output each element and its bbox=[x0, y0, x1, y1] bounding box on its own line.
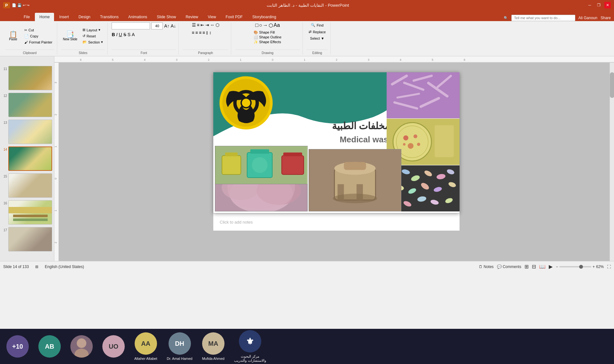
tab-file[interactable]: File bbox=[19, 13, 34, 21]
select-button[interactable]: Select ▼ bbox=[308, 36, 327, 41]
cut-button[interactable]: ✂ Cut bbox=[22, 28, 54, 33]
font-grow-button[interactable]: A↑ bbox=[164, 23, 169, 28]
participant-aa[interactable]: AA Altaher Altabet bbox=[134, 332, 157, 360]
reset-button[interactable]: ↺ Reset bbox=[81, 33, 105, 39]
participant-org[interactable]: ⚜ مركز البحوث والاستشارات والتدريب bbox=[234, 330, 266, 363]
tab-review[interactable]: Review bbox=[181, 13, 202, 21]
slide-preview-16[interactable] bbox=[8, 200, 52, 225]
align-center-button[interactable]: ≡ bbox=[195, 30, 198, 35]
shape-fill-button[interactable]: 🎨 Shape Fill bbox=[254, 30, 281, 35]
tab-transitions[interactable]: Transitions bbox=[96, 13, 123, 21]
zoom-in-button[interactable]: + bbox=[593, 265, 595, 269]
underline-button[interactable]: U bbox=[119, 32, 122, 37]
slide-thumb-11[interactable]: 11 bbox=[1, 65, 53, 91]
window-controls[interactable]: ─ ❐ ✕ bbox=[586, 2, 611, 8]
comments-button[interactable]: 💬 Comments bbox=[497, 265, 521, 269]
bold-button[interactable]: B bbox=[112, 32, 115, 37]
participant-uo[interactable]: UO bbox=[102, 335, 125, 358]
participant-avatar-photo[interactable] bbox=[70, 335, 93, 358]
new-slide-button[interactable]: 📑 New Slide bbox=[61, 30, 79, 42]
shapes-circle[interactable]: ○ bbox=[259, 22, 262, 28]
shape-outline-button[interactable]: ⬜ Shape Outline bbox=[254, 35, 281, 39]
slideshow-button[interactable]: ▶ bbox=[549, 264, 553, 270]
zoom-thumb[interactable] bbox=[579, 265, 583, 269]
slide-thumb-13[interactable]: 13 bbox=[1, 119, 53, 145]
slide-preview-17[interactable] bbox=[8, 227, 52, 251]
font-color-button[interactable]: A bbox=[132, 32, 135, 37]
share-button[interactable]: Share bbox=[601, 16, 611, 20]
layout-button[interactable]: ⊞ Layout ▾ bbox=[81, 27, 105, 33]
participant-avatar-ab[interactable]: AB bbox=[38, 335, 61, 358]
tab-animations[interactable]: Animations bbox=[124, 13, 152, 21]
slide-preview-15[interactable] bbox=[8, 173, 52, 198]
participant-photo[interactable] bbox=[70, 335, 93, 358]
align-justify-button[interactable]: ≡ bbox=[202, 30, 205, 35]
shadow-button[interactable]: S bbox=[128, 32, 130, 37]
notes-button[interactable]: 🗒 Notes bbox=[479, 265, 494, 269]
shapes-selector[interactable]: □ bbox=[255, 22, 258, 28]
slide-thumb-16[interactable]: 16 bbox=[1, 200, 53, 225]
zoom-slider[interactable] bbox=[559, 266, 591, 267]
section-button[interactable]: 📂 Section ▾ bbox=[81, 39, 105, 45]
participant-avatar-org[interactable]: ⚜ bbox=[239, 330, 261, 352]
search-input[interactable] bbox=[511, 15, 575, 21]
slide-preview-13[interactable] bbox=[8, 120, 52, 144]
italic-button[interactable]: I bbox=[116, 32, 118, 37]
quick-styles-button[interactable]: Aa bbox=[274, 22, 280, 28]
arrange-button[interactable]: ⬡ bbox=[269, 22, 273, 28]
restore-button[interactable]: ❐ bbox=[595, 2, 602, 8]
shapes-arrow[interactable]: → bbox=[263, 22, 268, 28]
convert-smartart-button[interactable]: ⬡ bbox=[216, 22, 219, 28]
list-bullet-button[interactable]: ☰ bbox=[192, 22, 196, 28]
close-button[interactable]: ✕ bbox=[604, 2, 611, 8]
participant-plus10[interactable]: +10 bbox=[6, 335, 29, 358]
zoom-control[interactable]: − + 62% bbox=[556, 265, 604, 269]
format-painter-button[interactable]: 🖌 Format Painter bbox=[22, 40, 54, 45]
slide-thumb-17[interactable]: 17 bbox=[1, 226, 53, 252]
columns-button[interactable]: ⫿ bbox=[206, 30, 208, 35]
text-dir-button[interactable]: ↔ bbox=[210, 22, 215, 28]
font-size-input[interactable] bbox=[151, 22, 163, 29]
indent-dec-button[interactable]: ⇤ bbox=[201, 22, 204, 28]
participant-avatar-dh[interactable]: DH bbox=[169, 332, 191, 355]
notes-area[interactable]: Click to add notes bbox=[213, 213, 460, 231]
list-num-button[interactable]: ≡ bbox=[197, 22, 200, 28]
font-name-input[interactable] bbox=[112, 22, 150, 29]
minimize-button[interactable]: ─ bbox=[586, 2, 593, 8]
slide-sorter-button[interactable]: ⊟ bbox=[532, 264, 536, 270]
scroll-thumb[interactable] bbox=[610, 72, 614, 98]
tab-insert[interactable]: Insert bbox=[55, 13, 73, 21]
slide-preview-11[interactable] bbox=[8, 66, 52, 90]
tab-storyboarding[interactable]: Storyboarding bbox=[248, 13, 281, 21]
slide-canvas[interactable]: المخلفات الطبية Medical waste bbox=[213, 72, 460, 213]
zoom-out-button[interactable]: − bbox=[556, 265, 558, 269]
indent-inc-button[interactable]: ⇥ bbox=[205, 22, 209, 28]
tab-design[interactable]: Design bbox=[74, 13, 95, 21]
font-shrink-button[interactable]: A↓ bbox=[171, 23, 176, 28]
participant-avatar-uo[interactable]: UO bbox=[102, 335, 125, 358]
slide-thumb-15[interactable]: 15 bbox=[1, 173, 53, 198]
participant-ab[interactable]: AB bbox=[38, 335, 61, 358]
participant-ma[interactable]: MA Mufida Ahmed bbox=[202, 332, 224, 360]
slide-preview-12[interactable] bbox=[8, 93, 52, 117]
copy-button[interactable]: 📄 Copy bbox=[22, 34, 54, 39]
align-left-button[interactable]: ≡ bbox=[192, 30, 194, 35]
fit-window-button[interactable]: ⛶ bbox=[607, 265, 611, 269]
reading-view-button[interactable]: 📖 bbox=[539, 264, 546, 270]
participant-avatar-aa[interactable]: AA bbox=[135, 332, 157, 355]
tab-foxit[interactable]: Foxit PDF bbox=[221, 13, 247, 21]
tab-home[interactable]: Home bbox=[35, 13, 54, 21]
line-spacing-button[interactable]: ↕ bbox=[209, 30, 211, 35]
align-right-button[interactable]: ≡ bbox=[199, 30, 201, 35]
participant-dh[interactable]: DH Dr. Amal Hamed bbox=[167, 332, 193, 360]
slide-preview-14[interactable] bbox=[8, 146, 52, 171]
tab-slideshow[interactable]: Slide Show bbox=[152, 13, 180, 21]
strikethrough-button[interactable]: S̶ bbox=[123, 32, 126, 37]
find-button[interactable]: 🔍 Find bbox=[309, 22, 325, 28]
tab-view[interactable]: View bbox=[203, 13, 221, 21]
paste-button[interactable]: 📋 Paste bbox=[5, 30, 21, 42]
participant-avatar-plus10[interactable]: +10 bbox=[6, 335, 29, 358]
participant-avatar-ma[interactable]: MA bbox=[202, 332, 224, 355]
replace-button[interactable]: ⇄ Replace bbox=[307, 29, 327, 35]
shape-effects-button[interactable]: ✨ Shape Effects bbox=[254, 40, 281, 44]
